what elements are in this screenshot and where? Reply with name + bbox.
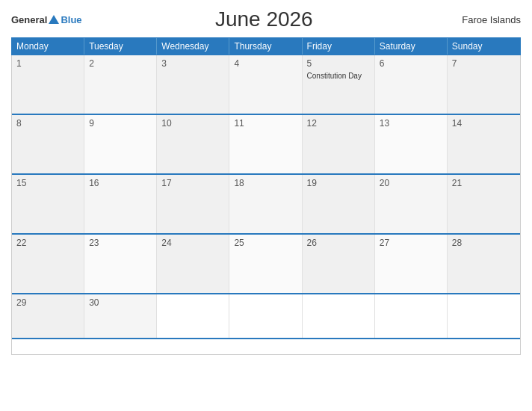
cell-jun-27: 27 [375,235,448,293]
cell-jun-1: 1 [12,55,84,114]
day-header-wednesday: Wednesday [157,38,229,55]
day-header-sunday: Sunday [448,38,520,55]
cell-jun-12: 12 [303,115,375,173]
cell-jun-2: 2 [84,55,157,114]
cell-jun-11: 11 [229,115,302,173]
cell-jun-23: 23 [84,235,157,293]
calendar-grid: 1 2 3 4 5 Constitution Day 6 7 [11,55,521,355]
week-2: 8 9 10 11 12 13 14 [12,115,520,175]
logo-triangle-icon [49,15,59,24]
calendar-container: General Blue June 2026 Faroe Islands Mon… [0,0,532,411]
cell-jun-29: 29 [12,294,84,338]
week-1: 1 2 3 4 5 Constitution Day 6 7 [12,55,520,115]
cell-jun-14: 14 [448,115,520,173]
cell-jun-21: 21 [448,175,520,233]
cell-jun-28: 28 [448,235,520,293]
cell-jun-20: 20 [375,175,448,233]
cell-jun-8: 8 [12,115,84,173]
cell-jun-16: 16 [84,175,157,233]
day-header-friday: Friday [303,38,375,55]
day-header-tuesday: Tuesday [84,38,157,55]
cell-jun-9: 9 [84,115,157,173]
cell-jun-3: 3 [157,55,229,114]
cell-jun-13: 13 [375,115,448,173]
calendar-header: General Blue June 2026 Faroe Islands [11,7,521,31]
day-header-saturday: Saturday [375,38,448,55]
week-4: 22 23 24 25 26 27 28 [12,235,520,294]
cell-jun-19: 19 [303,175,375,233]
cell-jun-5: 5 Constitution Day [303,55,375,114]
calendar-title: June 2026 [82,7,446,31]
logo: General Blue [11,14,82,25]
week-3: 15 16 17 18 19 20 21 [12,175,520,235]
logo-blue-text: Blue [61,14,81,25]
cell-jun-22: 22 [12,235,84,293]
cell-empty-2 [229,294,302,338]
cell-empty-5 [448,294,520,338]
cell-jun-30: 30 [84,294,157,338]
cell-jun-4: 4 [229,55,302,114]
day-header-monday: Monday [12,38,84,55]
day-header-thursday: Thursday [229,38,302,55]
cell-jun-18: 18 [229,175,302,233]
cell-empty-4 [375,294,448,338]
cell-jun-24: 24 [157,235,229,293]
cell-jun-26: 26 [303,235,375,293]
cell-jun-15: 15 [12,175,84,233]
day-headers: Monday Tuesday Wednesday Thursday Friday… [11,37,521,55]
cell-jun-10: 10 [157,115,229,173]
cell-empty-1 [157,294,229,338]
cell-jun-25: 25 [229,235,302,293]
cell-jun-6: 6 [375,55,448,114]
region-label: Faroe Islands [446,14,521,25]
logo-general-text: General [11,14,47,25]
cell-jun-7: 7 [448,55,520,114]
week-5: 29 30 [12,294,520,339]
cell-jun-17: 17 [157,175,229,233]
cell-empty-3 [303,294,375,338]
